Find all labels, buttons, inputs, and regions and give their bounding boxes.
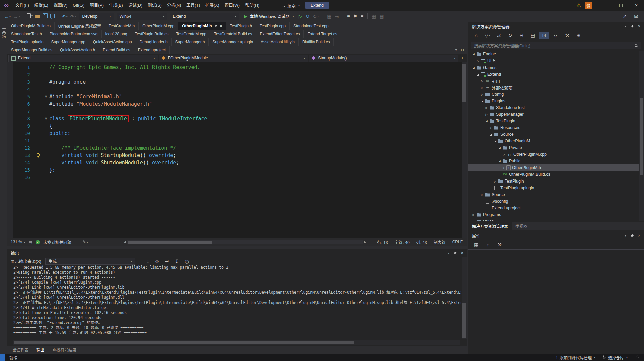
panel-splitter[interactable] (7, 246, 467, 249)
scrollbar-thumb[interactable] (14, 341, 354, 344)
collapse-all-button[interactable]: ⊟ (516, 32, 527, 39)
close-button[interactable]: × (629, 0, 644, 11)
clear-all-button[interactable]: ⊘ (154, 257, 160, 265)
navbar-project-dropdown[interactable]: Extend▾ (8, 55, 158, 62)
scrollbar-thumb[interactable] (128, 241, 213, 244)
doc-tab[interactable]: Blutility.Build.cs (299, 38, 334, 46)
menu-item-测试(S)[interactable]: 测试(S) (145, 0, 164, 11)
collapsed-arrow-icon[interactable]: ▷ (475, 59, 480, 63)
categorized-button[interactable]: ▦ (471, 241, 481, 248)
collapsed-arrow-icon[interactable]: ▷ (501, 153, 506, 156)
expanded-arrow-icon[interactable]: ◢ (475, 73, 480, 76)
code-health-icon[interactable]: ▤ (28, 240, 32, 244)
bookmark-list-button[interactable]: ≡ (359, 12, 365, 20)
tree-item-OtherPluginM.Build.cs[interactable]: OtherPluginM.Build.cs (468, 171, 639, 178)
navbar-type-dropdown[interactable]: FOtherPluginMModule▾ (159, 55, 308, 62)
expanded-arrow-icon[interactable]: ◢ (484, 120, 489, 123)
tree-item-Resources[interactable]: ▷Resources (468, 124, 639, 131)
switch-views-button[interactable]: ⌂ (471, 32, 481, 39)
task-list-button[interactable]: ▦ (370, 12, 377, 20)
doc-tab[interactable]: TestPlugin.h (226, 22, 256, 30)
split-window-icon[interactable]: + (459, 56, 466, 61)
tree-item-外部依赖项[interactable]: ▷外部依赖项 (468, 84, 639, 91)
quick-actions-lightbulb-icon[interactable] (33, 152, 43, 159)
tree-item-StandaloneTest[interactable]: ▷StandaloneTest (468, 104, 639, 111)
new-file-button[interactable]: ▾ (25, 12, 34, 20)
output-vertical-scrollbar[interactable] (462, 257, 467, 339)
collapsed-arrow-icon[interactable]: ▷ (480, 93, 485, 96)
save-button[interactable] (41, 12, 49, 20)
doc-tab[interactable]: TestPlugin.uplugin (7, 38, 47, 46)
pin-icon[interactable] (214, 24, 218, 28)
menu-item-文件(F)[interactable]: 文件(F) (13, 0, 32, 11)
window-position-icon[interactable]: ▾ (625, 25, 626, 28)
doc-tab[interactable]: QuickAssetAction.cpp (89, 38, 136, 46)
live-share-button[interactable]: ↗ (622, 12, 628, 20)
tree-item-Source[interactable]: ▷Source (468, 191, 639, 198)
expanded-arrow-icon[interactable]: ◢ (497, 146, 502, 149)
eol-indicator[interactable]: CRLF (452, 240, 463, 244)
doc-tab[interactable]: TestCreateM.Build.cs (210, 30, 256, 38)
output-horizontal-scrollbar[interactable] (13, 340, 460, 345)
panel-tab-输出[interactable]: 输出 (33, 347, 48, 353)
tree-item-TestPlugin[interactable]: ◢TestPlugin (468, 118, 639, 124)
navbar-member-dropdown[interactable]: StartupModule()▾ (309, 55, 458, 62)
window-position-icon[interactable]: ▾ (625, 234, 626, 237)
menu-item-帮助(H)[interactable]: 帮助(H) (243, 0, 262, 11)
scroll-right-icon[interactable]: ▶ (364, 240, 366, 244)
notification-warning-icon[interactable]: ⚠ (577, 2, 581, 8)
scrollbar-track[interactable] (127, 240, 363, 244)
tabs-indicator[interactable]: 制表符 (434, 239, 446, 245)
editor-vertical-scrollbar[interactable] (462, 62, 467, 238)
close-icon[interactable]: × (461, 251, 463, 255)
menu-item-生成(B)[interactable]: 生成(B) (106, 0, 126, 11)
forward-button[interactable]: →▾ (12, 13, 21, 21)
doc-tab[interactable]: TestPlugin.cpp (256, 22, 290, 30)
doc-tab[interactable]: Icon128.png (102, 30, 131, 38)
save-all-button[interactable] (49, 12, 56, 20)
tree-item-Programs[interactable]: ▷Programs (468, 211, 639, 218)
expanded-arrow-icon[interactable]: ◢ (480, 100, 485, 103)
pin-icon[interactable] (453, 251, 457, 255)
tree-item-Engine[interactable]: ◢Engine (468, 51, 639, 57)
zoom-dropdown[interactable]: 131 % ▾ (11, 240, 25, 244)
view-code-button[interactable]: ‹› (550, 32, 561, 39)
solution-explorer-search-input[interactable]: 搜索解决方案资源管理器(Ctrl+;) (471, 42, 641, 49)
platform-dropdown[interactable]: Win64 ▾ (117, 13, 167, 20)
close-icon[interactable]: × (220, 24, 222, 28)
apply-code-changes-button[interactable]: ↻▾ (311, 12, 320, 20)
output-text[interactable]: 2> Requested 1.5 GB memory per action, 4… (7, 265, 461, 339)
preview-button[interactable]: ⊞ (573, 32, 584, 39)
collapsed-arrow-icon[interactable]: ▷ (488, 126, 493, 129)
menu-item-项目(P)[interactable]: 项目(P) (87, 0, 106, 11)
doc-tab[interactable]: SuperManager.h (172, 38, 209, 46)
tree-item-Extend[interactable]: ◢Extend (468, 71, 639, 78)
hot-reload-button[interactable]: ↻ (304, 12, 311, 20)
show-all-files-button[interactable]: ▤ (528, 32, 538, 39)
collapsed-arrow-icon[interactable]: ▷ (471, 213, 476, 216)
window-layout-button[interactable]: ▦ (378, 12, 385, 20)
doc-tab[interactable]: StandaloneTest.cpp (290, 22, 332, 30)
user-avatar[interactable]: 俊 (585, 2, 592, 9)
doc-tab[interactable]: SuperManager.cpp (47, 38, 89, 46)
expanded-arrow-icon[interactable]: ◢ (471, 53, 476, 56)
doc-tab[interactable]: OtherPluginM.h× (178, 22, 226, 30)
doc-tab[interactable]: PlaceholderButtonIcon.svg (46, 30, 102, 38)
code-editor[interactable]: 1// Copyright Epic Games, Inc. All Right… (7, 62, 467, 238)
output-source-dropdown[interactable]: 生成 ▾ (45, 258, 135, 265)
health-status-label[interactable]: 未找到相关问题 (43, 239, 71, 245)
tree-item-Plugins[interactable]: ◢Plugins (468, 98, 639, 104)
timestamp-button[interactable]: ◷ (183, 257, 190, 265)
panel-tab-查找符号结果[interactable]: 查找符号结果 (49, 347, 80, 353)
close-icon[interactable]: × (638, 233, 640, 238)
close-icon[interactable]: × (638, 24, 640, 29)
tree-item-UE5[interactable]: ▷UE5 (468, 57, 639, 64)
menu-item-扩展(X)[interactable]: 扩展(X) (203, 0, 222, 11)
notifications-bell-icon[interactable] (635, 355, 639, 360)
doc-tab[interactable]: TestCreateM.cpp (172, 30, 210, 38)
tree-item-Source[interactable]: ◢Source (468, 131, 639, 138)
menu-item-编辑(E)[interactable]: 编辑(E) (32, 0, 51, 11)
doc-tab[interactable]: OtherPluginM.Build.cs (7, 22, 55, 30)
scrollbar-thumb[interactable] (640, 98, 643, 175)
tree-item-Rules[interactable]: Rules (468, 218, 639, 221)
